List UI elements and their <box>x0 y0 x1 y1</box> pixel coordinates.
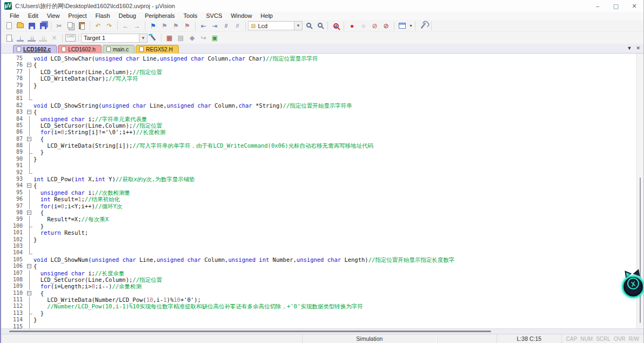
code-line-81[interactable]: 81 <box>1 95 636 102</box>
find-combo-arrow-icon[interactable]: ▼ <box>294 21 303 30</box>
horizontal-scrollbar-thumb[interactable] <box>9 331 491 332</box>
menu-debug[interactable]: Debug <box>115 12 140 20</box>
breakpoint-enable-icon[interactable]: ○ <box>358 21 369 31</box>
code-line-113[interactable]: 113 } <box>1 310 636 316</box>
code-line-102[interactable]: 102} <box>1 236 636 243</box>
rebuild-all-icon[interactable]: ↓↓ <box>26 33 37 43</box>
code-editor[interactable]: 75void LCD_ShowChar(unsigned char Line,u… <box>1 54 643 328</box>
save-all-icon[interactable] <box>37 21 49 31</box>
fold-collapse-icon[interactable]: − <box>26 263 33 269</box>
code-line-77[interactable]: 77 LCD_SetCursor(Line,Column);//指定位置 <box>1 69 636 75</box>
tab-lcd1602.h[interactable]: LCD1602.h <box>58 45 102 53</box>
nav-back-icon[interactable]: ← <box>120 21 131 31</box>
maximize-button[interactable]: ▢ <box>607 0 625 12</box>
find-in-files-icon[interactable] <box>303 21 314 31</box>
find-combo[interactable]: ▨Lcd <box>248 21 294 30</box>
build-icon[interactable]: ↓ <box>15 33 26 43</box>
code-line-96[interactable]: 96 int Result=1;//结果初始化 <box>1 196 636 202</box>
comment-icon[interactable]: // <box>220 21 232 31</box>
functions-icon[interactable]: ◆ <box>186 33 198 43</box>
download-flash-icon[interactable]: LOAD <box>65 33 76 43</box>
code-area[interactable]: 75void LCD_ShowChar(unsigned char Line,u… <box>1 54 636 328</box>
menu-help[interactable]: Help <box>256 12 277 20</box>
tab-close-icon[interactable]: ✕ <box>636 45 640 51</box>
code-line-90[interactable]: 90} <box>1 156 636 162</box>
minimize-button[interactable]: – <box>588 0 607 12</box>
menu-svcs[interactable]: SVCS <box>202 12 226 20</box>
find-input[interactable]: Lcd <box>258 23 267 29</box>
find-q-icon[interactable]: d <box>330 21 341 31</box>
code-line-103[interactable]: 103 <box>1 243 636 249</box>
new-file-icon[interactable] <box>3 21 15 31</box>
bookmark-clear-all-icon[interactable]: ⚑ <box>182 21 193 31</box>
code-line-80[interactable]: 80 <box>1 89 636 95</box>
code-line-78[interactable]: 78 LCD_WriteData(Char);//写入字符 <box>1 75 636 82</box>
debug-windows-caret-icon[interactable]: ▼ <box>409 24 413 28</box>
bookmark-toggle-icon[interactable]: ⚑ <box>147 21 159 31</box>
horizontal-scrollbar[interactable] <box>1 328 643 334</box>
tab-lcd1602.c[interactable]: LCD1602.c <box>13 45 57 53</box>
bookmark-next-icon[interactable]: ⚑ <box>170 21 182 31</box>
menu-view[interactable]: View <box>43 12 64 20</box>
target-select-arrow-icon[interactable]: ▼ <box>139 34 147 43</box>
code-line-95[interactable]: 95 unsigned char i;//次数检测量 <box>1 189 636 196</box>
menu-window[interactable]: Window <box>226 12 256 20</box>
menu-flash[interactable]: Flash <box>91 12 115 20</box>
code-line-114[interactable]: 114} <box>1 316 636 323</box>
code-line-94[interactable]: 94−{ <box>1 182 636 189</box>
code-line-75[interactable]: 75void LCD_ShowChar(unsigned char Line,u… <box>1 55 636 62</box>
menu-peripherals[interactable]: Peripherals <box>140 12 179 20</box>
code-line-104[interactable]: 104 <box>1 249 636 256</box>
copy-icon[interactable] <box>65 21 76 31</box>
code-line-106[interactable]: 106−{ <box>1 263 636 269</box>
incremental-find-icon[interactable] <box>314 21 325 31</box>
indent-icon[interactable]: ⇥ <box>209 21 220 31</box>
menu-file[interactable]: File <box>5 12 24 20</box>
code-line-87[interactable]: 87− { <box>1 136 636 142</box>
code-line-88[interactable]: 88 LCD_WriteData(String[i]);//写入字符串的单字符，… <box>1 142 636 149</box>
code-line-108[interactable]: 108 LCD_SetCursor(Line,Column);//指定位置 <box>1 276 636 283</box>
tab-main.c[interactable]: main.c <box>103 45 135 53</box>
fold-collapse-icon[interactable]: − <box>26 290 33 296</box>
fold-collapse-icon[interactable]: − <box>26 209 33 216</box>
outdent-icon[interactable]: ⇤ <box>198 21 209 31</box>
code-line-100[interactable]: 100 } <box>1 223 636 229</box>
target-select[interactable]: Target 1 <box>81 34 139 43</box>
bookmark-prev-icon[interactable]: ⚑ <box>159 21 170 31</box>
code-line-89[interactable]: 89 } <box>1 149 636 155</box>
code-line-86[interactable]: 86 for(i=0;String[i]!='\0';i++)//长度检测 <box>1 129 636 135</box>
redo-icon[interactable]: ↷ <box>104 21 115 31</box>
close-button[interactable]: ✕ <box>625 0 643 12</box>
code-line-97[interactable]: 97 for(i=0;i<Y;i++)//循环Y次 <box>1 203 636 209</box>
fold-collapse-icon[interactable]: − <box>26 136 33 142</box>
undo-icon[interactable]: ↶ <box>92 21 104 31</box>
cut-icon[interactable]: ✂ <box>53 21 65 31</box>
tab-scroll-icon[interactable]: ▼ <box>627 45 632 51</box>
code-line-99[interactable]: 99 Result*=X;//每次乘X <box>1 216 636 222</box>
breakpoint-toggle-icon[interactable]: ● <box>346 21 358 31</box>
save-file-icon[interactable] <box>26 21 37 31</box>
menu-edit[interactable]: Edit <box>24 12 43 20</box>
code-line-76[interactable]: 76−{ <box>1 62 636 68</box>
code-line-85[interactable]: 85 LCD_SetCursor(Line,Column);//指定位置 <box>1 122 636 129</box>
code-line-93[interactable]: 93int LCD_Pow(int X,int Y)//获取x的y次,为数字显示… <box>1 176 636 182</box>
code-line-112[interactable]: 112 //Number/LCD_Pow(10,i-1)%10实现每位数字精准提… <box>1 303 636 309</box>
code-line-101[interactable]: 101 return Result; <box>1 229 636 236</box>
code-line-105[interactable]: 105void LCD_ShowNum(unsigned char Line,u… <box>1 256 636 263</box>
uncomment-icon[interactable]: // <box>232 21 243 31</box>
configure-icon[interactable] <box>418 21 429 31</box>
breakpoints-kill-all-icon[interactable]: ⊘ <box>380 21 392 31</box>
code-line-92[interactable]: 92 <box>1 169 636 176</box>
options-for-target-icon[interactable] <box>147 33 159 43</box>
fold-collapse-icon[interactable]: − <box>26 182 33 189</box>
pack-installer-icon[interactable]: ▣ <box>209 33 220 43</box>
cat-assistant-overlay[interactable]: Ⅹ <box>622 271 643 298</box>
code-line-82[interactable]: 82void LCD_ShowString(unsigned char Line… <box>1 102 636 109</box>
paste-icon[interactable] <box>76 21 88 31</box>
code-line-107[interactable]: 107 unsigned char i;//长度余量 <box>1 270 636 276</box>
books-icon[interactable]: ▤ <box>175 33 186 43</box>
code-line-84[interactable]: 84 unsigned char i;//字符串元素代表量 <box>1 116 636 122</box>
translate-file-icon[interactable] <box>3 33 15 43</box>
menu-tools[interactable]: Tools <box>179 12 202 20</box>
code-line-115[interactable]: 115 <box>1 324 636 328</box>
